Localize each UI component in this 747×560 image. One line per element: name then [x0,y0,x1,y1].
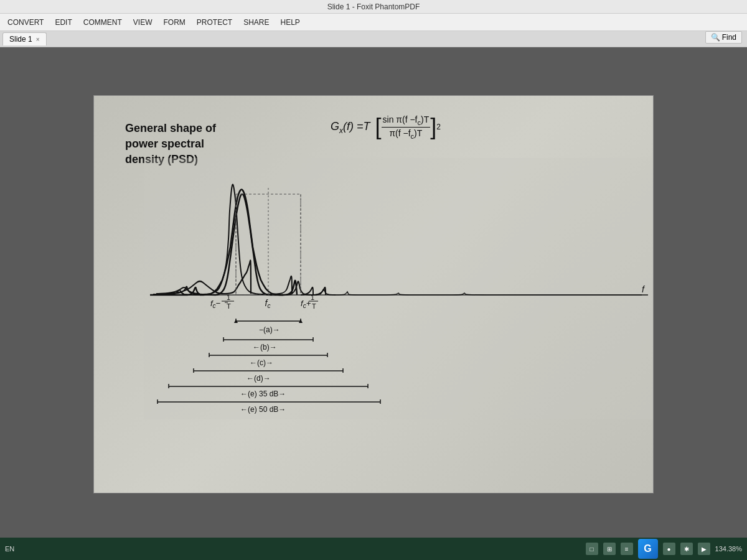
menu-edit[interactable]: EDIT [50,16,77,29]
window-icon-2: ⊞ [603,543,616,555]
tab-bar: Slide 1 × 🔍 Find [0,31,747,47]
right-bracket: ] [430,116,436,138]
taskbar-right: □ ⊞ ≡ G ● ✱ ▶ 134.38% [586,539,742,559]
title-line1: General shape of [125,121,216,136]
taskbar-zoom: 134.38% [715,545,742,553]
menu-form[interactable]: FORM [158,16,190,29]
svg-text:1: 1 [311,294,314,301]
window-title: Slide 1 - Foxit PhantomPDF [327,2,420,11]
foxit-app-icon[interactable]: G [638,539,658,559]
menu-share[interactable]: SHARE [238,16,274,29]
slide-area: General shape of power spectral density … [93,95,654,493]
find-label: Find [722,33,736,42]
menu-help[interactable]: HELP [275,16,304,29]
media-icon-taskbar[interactable]: ▶ [698,543,710,555]
formula-bracket: [ sin π(f −fc)T π(f −fc)T ] 2 [375,114,441,140]
tab-close-button[interactable]: × [36,36,40,43]
taskbar: EN □ ⊞ ≡ G ● ✱ ▶ 134.38% [0,538,747,560]
language-label: EN [5,545,14,553]
tab-label: Slide 1 [9,35,32,44]
svg-text:←(e) 50 dB→: ←(e) 50 dB→ [240,405,286,414]
svg-text:T: T [312,302,316,310]
gx-label: Gx(f) =T [331,120,370,135]
sinc-fraction: sin π(f −fc)T π(f −fc)T [382,114,431,140]
svg-text:−(a)→: −(a)→ [259,325,280,334]
menu-convert[interactable]: CONVERT [2,16,49,29]
browser-icon[interactable]: ● [663,543,675,555]
bluetooth-icon[interactable]: ✱ [680,543,693,555]
svg-text:←(c)→: ←(c)→ [250,358,273,367]
svg-text:fc−: fc− [210,299,221,309]
formula-main: Gx(f) =T [ sin π(f −fc)T π(f −fc)T [331,114,441,140]
title-line2: power spectral [125,136,216,152]
taskbar-left: EN [5,545,14,553]
search-icon: 🔍 [711,33,720,42]
graph-container: fc− 1 T fc fc+ 1 T f [144,158,654,419]
menu-comment[interactable]: COMMENT [78,16,127,29]
menu-bar: CONVERT EDIT COMMENT VIEW FORM PROTECT S… [0,14,747,31]
menu-view[interactable]: VIEW [128,16,157,29]
svg-rect-0 [144,158,654,419]
svg-text:←(b)→: ←(b)→ [253,343,277,352]
main-content: General shape of power spectral density … [0,47,747,541]
window-icon-3: ≡ [621,543,633,555]
svg-text:fc+: fc+ [301,299,311,309]
left-bracket: [ [375,116,382,138]
power-2: 2 [436,123,441,131]
svg-text:←(d)→: ←(d)→ [247,374,271,383]
window-icon-1: □ [586,543,598,555]
svg-text:1: 1 [227,294,230,301]
psd-graph: fc− 1 T fc fc+ 1 T f [144,158,654,419]
svg-text:←(e) 35 dB→: ←(e) 35 dB→ [240,390,286,398]
svg-text:T: T [227,302,231,310]
fraction-numerator: sin π(f −fc)T [382,114,431,128]
formula-area: Gx(f) =T [ sin π(f −fc)T π(f −fc)T [331,114,441,140]
slide-content: General shape of power spectral density … [94,96,653,493]
menu-protect[interactable]: PROTECT [192,16,237,29]
title-bar: Slide 1 - Foxit PhantomPDF [0,0,747,14]
find-bar: 🔍 Find [705,31,742,44]
slide-tab[interactable]: Slide 1 × [2,32,47,45]
find-button[interactable]: 🔍 Find [705,31,742,44]
fraction-denominator: π(f −fc)T [388,128,423,140]
